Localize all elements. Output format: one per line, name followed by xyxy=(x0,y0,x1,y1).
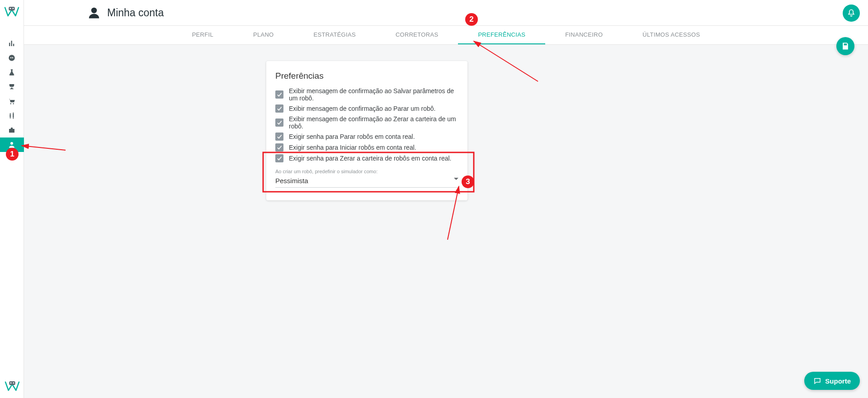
pref-option-3[interactable]: Exigir senha para Parar robôs em conta r… xyxy=(275,133,458,141)
candlestick-icon xyxy=(8,112,16,120)
tab-financeiro[interactable]: FINANCEIRO xyxy=(545,26,623,44)
support-button[interactable]: Suporte xyxy=(804,372,860,390)
simulator-select[interactable]: Pessimista xyxy=(275,175,458,188)
pref-option-label: Exibir mensagem de confirmação ao Salvar… xyxy=(289,87,458,102)
tab-corretoras[interactable]: CORRETORAS xyxy=(376,26,458,44)
trophy-icon xyxy=(8,83,16,91)
save-button[interactable] xyxy=(836,37,854,55)
checkbox-icon xyxy=(275,118,283,127)
svg-rect-13 xyxy=(13,383,14,384)
select-label: Ao criar um robô, predefinir o simulador… xyxy=(275,169,458,174)
nav-briefcase[interactable] xyxy=(0,123,24,137)
chat-icon xyxy=(813,377,821,385)
nav-lab[interactable] xyxy=(0,65,24,80)
nav-account[interactable] xyxy=(0,137,24,152)
pref-option-label: Exibir mensagem de confirmação ao Parar … xyxy=(289,105,435,112)
preferences-card: Preferências Exibir mensagem de confirma… xyxy=(266,61,467,200)
tab-plano[interactable]: PLANO xyxy=(233,26,294,44)
nav-candles[interactable] xyxy=(0,109,24,123)
checkbox-icon xyxy=(275,143,283,152)
svg-line-18 xyxy=(474,41,538,81)
app-logo-icon xyxy=(4,5,19,18)
briefcase-icon xyxy=(8,126,16,134)
support-label: Suporte xyxy=(825,377,851,385)
svg-rect-12 xyxy=(10,383,12,384)
checkbox-icon xyxy=(275,133,283,141)
sidebar xyxy=(0,0,24,398)
pref-option-1[interactable]: Exibir mensagem de confirmação ao Parar … xyxy=(275,104,458,113)
checkbox-icon xyxy=(275,104,283,113)
svg-rect-8 xyxy=(10,114,11,117)
pref-option-0[interactable]: Exibir mensagem de confirmação ao Salvar… xyxy=(275,87,458,102)
tab-estrategias[interactable]: ESTRATÉGIAS xyxy=(294,26,376,44)
tab-ultimos-acessos[interactable]: ÚLTIMOS ACESSOS xyxy=(623,26,720,44)
svg-rect-0 xyxy=(9,7,14,10)
pref-option-label: Exigir senha para Parar robôs em conta r… xyxy=(289,133,415,140)
caret-down-icon xyxy=(454,178,458,180)
pref-option-5[interactable]: Exigir senha para Zerar a carteira de ro… xyxy=(275,154,458,162)
tab-bar: PERFIL PLANO ESTRATÉGIAS CORRETORAS PREF… xyxy=(24,26,868,45)
app-logo-footer-icon xyxy=(5,379,20,393)
pref-option-label: Exigir senha para Iniciar robôs em conta… xyxy=(289,144,416,151)
nav-robot[interactable] xyxy=(0,51,24,65)
save-icon xyxy=(841,42,850,51)
svg-point-7 xyxy=(13,103,14,104)
svg-point-6 xyxy=(10,103,11,104)
notifications-button[interactable] xyxy=(843,5,860,22)
select-value: Pessimista xyxy=(275,177,308,185)
tab-preferencias[interactable]: PREFERÊNCIAS xyxy=(458,26,545,44)
svg-line-15 xyxy=(22,146,66,150)
pref-option-label: Exibir mensagem de confirmação ao Zerar … xyxy=(289,115,458,130)
pref-option-2[interactable]: Exibir mensagem de confirmação ao Zerar … xyxy=(275,115,458,130)
robot-icon xyxy=(8,54,16,62)
flask-icon xyxy=(8,68,16,76)
top-header: Minha conta xyxy=(24,0,868,26)
dashboard-icon xyxy=(8,39,16,47)
bell-icon xyxy=(847,9,856,18)
svg-rect-9 xyxy=(13,114,14,118)
nav-trophy[interactable] xyxy=(0,80,24,94)
page-title: Minha conta xyxy=(107,7,164,19)
nav-dashboard[interactable] xyxy=(0,36,24,51)
svg-point-10 xyxy=(10,142,13,145)
checkbox-icon xyxy=(275,90,283,99)
checkbox-icon xyxy=(275,154,283,162)
svg-point-14 xyxy=(91,8,97,14)
cart-icon xyxy=(8,97,16,105)
nav-cart[interactable] xyxy=(0,94,24,109)
svg-rect-2 xyxy=(13,8,14,9)
pref-option-4[interactable]: Exigir senha para Iniciar robôs em conta… xyxy=(275,143,458,152)
svg-rect-1 xyxy=(10,8,11,9)
svg-point-3 xyxy=(9,55,15,61)
account-icon xyxy=(8,141,16,149)
tab-perfil[interactable]: PERFIL xyxy=(172,26,233,44)
svg-rect-11 xyxy=(9,381,15,385)
svg-rect-5 xyxy=(12,57,13,58)
card-title: Preferências xyxy=(266,71,467,87)
svg-rect-4 xyxy=(10,57,11,58)
account-header-icon xyxy=(87,6,101,19)
pref-option-label: Exigir senha para Zerar a carteira de ro… xyxy=(289,155,452,162)
